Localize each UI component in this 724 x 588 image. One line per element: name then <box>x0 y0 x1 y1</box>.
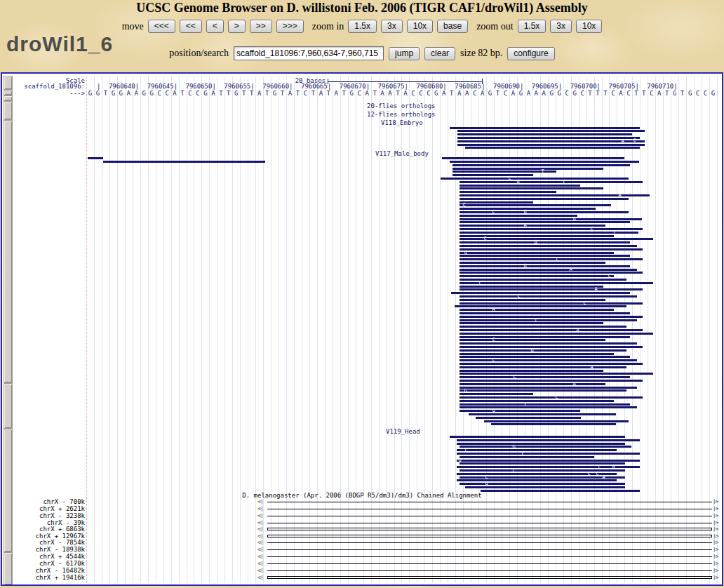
chain-row-line[interactable] <box>267 563 712 564</box>
read-bar[interactable] <box>460 241 630 243</box>
configure-button[interactable]: configure <box>507 47 554 60</box>
move-button-[interactable]: << <box>180 20 202 33</box>
track-label-v119-head[interactable]: V119_Head <box>386 429 420 435</box>
read-bar[interactable] <box>460 329 643 331</box>
read-bar[interactable] <box>460 185 580 187</box>
track-label-20-flies-orthologs[interactable]: 20-flies orthologs <box>367 103 436 109</box>
read-bar[interactable] <box>460 181 643 183</box>
read-bar[interactable] <box>460 363 643 365</box>
read-bar[interactable] <box>460 245 637 247</box>
chain-row-line[interactable] <box>267 576 712 577</box>
read-bar[interactable] <box>460 383 605 385</box>
read-bar[interactable] <box>457 140 645 142</box>
chain-row-line[interactable] <box>267 542 712 543</box>
read-bar[interactable] <box>460 255 630 257</box>
read-bar[interactable] <box>450 161 639 163</box>
zoom-in-button-base[interactable]: base <box>437 20 468 33</box>
read-bar[interactable] <box>460 198 629 200</box>
read-bar[interactable] <box>460 396 643 399</box>
read-bar[interactable] <box>450 436 625 438</box>
read-bar[interactable] <box>457 473 617 475</box>
chain-row-line[interactable] <box>267 523 712 523</box>
read-bar[interactable] <box>460 389 626 392</box>
chain-row-label[interactable]: chrX - 6170k <box>2 561 85 567</box>
read-bar[interactable] <box>484 420 629 422</box>
read-bar[interactable] <box>491 423 616 425</box>
read-bar[interactable] <box>452 174 533 176</box>
read-bar[interactable] <box>88 157 103 159</box>
read-bar[interactable] <box>460 238 653 240</box>
track-handle[interactable] <box>4 120 13 383</box>
read-bar[interactable] <box>460 295 637 298</box>
read-bar[interactable] <box>460 218 642 220</box>
jump-button[interactable]: jump <box>389 47 420 60</box>
read-bar[interactable] <box>457 130 645 132</box>
move-button-[interactable]: >>> <box>276 20 304 33</box>
move-button-[interactable]: < <box>206 20 224 33</box>
chain-row-label[interactable]: chrX - 3238k <box>2 513 85 519</box>
read-bar[interactable] <box>457 443 625 445</box>
read-bar[interactable] <box>460 322 603 324</box>
read-bar[interactable] <box>460 349 626 352</box>
read-bar[interactable] <box>460 312 630 314</box>
chain-row-line[interactable] <box>267 502 712 502</box>
read-bar[interactable] <box>460 269 637 271</box>
read-bar[interactable] <box>460 336 630 338</box>
read-bar[interactable] <box>460 370 603 372</box>
read-bar[interactable] <box>460 262 605 264</box>
read-bar[interactable] <box>460 211 629 213</box>
read-bar[interactable] <box>460 446 631 448</box>
read-bar[interactable] <box>442 157 624 159</box>
chain-row-line[interactable] <box>267 570 712 571</box>
read-bar[interactable] <box>460 346 643 348</box>
read-bar[interactable] <box>460 248 643 250</box>
zoom-in-button-1.5x[interactable]: 1.5x <box>348 20 377 33</box>
read-bar[interactable] <box>460 215 577 217</box>
read-bar[interactable] <box>460 288 643 290</box>
read-bar[interactable] <box>460 201 533 203</box>
track-handle[interactable] <box>4 383 13 429</box>
read-bar[interactable] <box>452 164 630 166</box>
read-bar[interactable] <box>465 147 640 149</box>
read-bar[interactable] <box>460 366 626 368</box>
read-bar[interactable] <box>460 376 630 378</box>
read-bar[interactable] <box>460 406 637 408</box>
zoom-in-button-3x[interactable]: 3x <box>381 20 403 33</box>
read-bar[interactable] <box>460 393 533 395</box>
read-bar[interactable] <box>460 302 643 305</box>
track-label-chained-alignment[interactable]: D. melanogaster (Apr. 2006 (BDGP R5/dm3)… <box>2 493 722 499</box>
read-bar[interactable] <box>476 417 581 419</box>
chain-row-label[interactable]: chrX + 2621k <box>2 506 85 512</box>
read-bar[interactable] <box>460 309 614 311</box>
chain-row-line[interactable] <box>267 556 712 557</box>
read-bar[interactable] <box>457 439 640 441</box>
read-bar[interactable] <box>460 204 611 206</box>
read-bar[interactable] <box>460 191 556 193</box>
chain-row-line[interactable] <box>267 537 712 537</box>
chain-row-label[interactable]: chrX - 700k <box>2 499 85 505</box>
clear-button[interactable]: clear <box>424 47 455 60</box>
read-bar[interactable] <box>441 178 629 180</box>
chain-row-label[interactable]: chrX + 19416k <box>2 575 85 581</box>
read-bar[interactable] <box>460 275 614 277</box>
zoom-in-button-10x[interactable]: 10x <box>407 20 433 33</box>
read-bar[interactable] <box>465 486 625 488</box>
move-button-[interactable]: >> <box>250 20 272 33</box>
chain-row-label[interactable]: chrX - 18938k <box>2 547 85 553</box>
read-bar[interactable] <box>460 221 630 223</box>
read-bar[interactable] <box>457 449 617 451</box>
read-bar[interactable] <box>460 359 637 361</box>
chain-row-line[interactable] <box>267 549 712 550</box>
chain-row-label[interactable]: chrX + 4544k <box>2 554 85 560</box>
read-bar[interactable] <box>460 469 625 472</box>
read-bar[interactable] <box>481 490 640 492</box>
read-bar[interactable] <box>103 161 265 163</box>
read-bar[interactable] <box>460 333 653 335</box>
chain-row-line[interactable] <box>267 516 712 516</box>
chain-row-line[interactable] <box>267 535 712 535</box>
read-bar[interactable] <box>460 208 596 210</box>
read-bar[interactable] <box>460 403 630 406</box>
chain-row-label[interactable]: chrX + 6863k <box>2 526 85 533</box>
read-bar[interactable] <box>460 400 614 402</box>
read-bar[interactable] <box>460 353 614 355</box>
